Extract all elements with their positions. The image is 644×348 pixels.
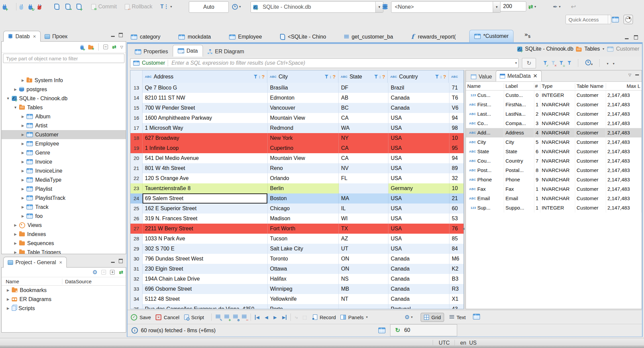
transaction-log-button[interactable]: ▾ bbox=[232, 1, 241, 12]
commit-button[interactable]: Commit bbox=[91, 1, 117, 12]
close-icon[interactable]: ✕ bbox=[533, 73, 537, 79]
grid-row[interactable]: 34 5112 48 Street Yellowknife NT Canada … bbox=[130, 294, 464, 304]
text-view-button[interactable]: Text bbox=[449, 314, 466, 320]
md-column-type[interactable]: Type bbox=[540, 83, 575, 89]
cell-state[interactable]: FL bbox=[339, 173, 388, 183]
grid-row[interactable]: 30 796 Dundas Street West Toronto ON Can… bbox=[130, 254, 464, 264]
tree-item[interactable]: Track bbox=[2, 202, 126, 212]
md-column-ordinal[interactable]: # bbox=[534, 83, 540, 89]
cell-city[interactable]: Yellowknife bbox=[268, 294, 339, 304]
disconnect-icon[interactable] bbox=[38, 6, 41, 10]
tree-expander-icon[interactable] bbox=[20, 142, 25, 146]
metadata-row[interactable]: ABCState State 6 NVARCHAR Customer 2,147… bbox=[466, 147, 642, 156]
tree-item[interactable]: System Info bbox=[2, 76, 126, 85]
maximize-icon[interactable] bbox=[119, 259, 123, 263]
tree-expander-icon[interactable] bbox=[20, 78, 25, 82]
row-number-cell[interactable]: 13 bbox=[130, 83, 143, 93]
cell-country[interactable]: USA bbox=[388, 153, 449, 163]
cell-country[interactable]: Brazil bbox=[388, 83, 449, 93]
column-header-state[interactable]: ABC State ↕? bbox=[338, 70, 388, 83]
cell-state[interactable]: NT bbox=[339, 294, 388, 304]
collapse-all-icon[interactable] bbox=[101, 270, 106, 275]
fetch-previous-button[interactable]: ▾ bbox=[607, 60, 608, 66]
cell-city[interactable]: Edmonton bbox=[268, 93, 339, 103]
grid-row[interactable]: 18 627 Broadway New York NY USA 10 bbox=[130, 133, 464, 143]
tree-item[interactable]: Table Triggers bbox=[2, 248, 126, 254]
grid-row[interactable]: 22 120 S Orange Ave Orlando FL USA 32 bbox=[130, 173, 464, 183]
tree-item[interactable]: Sequences bbox=[2, 239, 126, 248]
project-tree-item[interactable]: Bookmarks bbox=[2, 286, 126, 295]
cell-country[interactable]: Canada bbox=[388, 103, 449, 113]
row-number-cell[interactable]: 17 bbox=[130, 123, 143, 133]
grid-row[interactable]: 20 541 Del Medio Avenue Mountain View CA… bbox=[130, 153, 464, 163]
refresh-button[interactable]: ↻ bbox=[522, 58, 536, 68]
grid-row[interactable]: 13 Qe 7 Bloco G Brasília DF Brazil 71 bbox=[130, 83, 464, 93]
reconnect-icon[interactable] bbox=[29, 6, 32, 10]
cell-address[interactable]: 8210 111 ST NW bbox=[143, 93, 268, 103]
select-row-icon[interactable]: ⬚ bbox=[303, 314, 307, 320]
editor-tab[interactable]: Employee bbox=[224, 32, 267, 42]
cell-state[interactable]: AZ bbox=[339, 234, 388, 244]
cell-partial[interactable]: 94 bbox=[449, 113, 464, 123]
tree-item[interactable]: postgres bbox=[2, 85, 126, 94]
tree-expander-icon[interactable] bbox=[20, 151, 25, 155]
new-folder-icon[interactable]: + bbox=[88, 46, 93, 49]
row-number-cell[interactable]: 35 bbox=[130, 304, 143, 309]
grid-row[interactable]: 15 700 W Pender Street Vancouver BC Cana… bbox=[130, 103, 464, 113]
cell-country[interactable]: USA bbox=[388, 244, 449, 254]
md-column-label[interactable]: Label bbox=[504, 83, 534, 89]
cell-state[interactable]: NV bbox=[339, 163, 388, 173]
project-tree-item[interactable]: Scripts bbox=[2, 304, 126, 313]
tree-item[interactable]: foo bbox=[2, 212, 126, 221]
cell-city[interactable]: Boston bbox=[268, 193, 339, 204]
cell-country[interactable]: USA bbox=[388, 234, 449, 244]
grid-row[interactable]: 14 8210 111 ST NW Edmonton AB Canada T6 bbox=[130, 93, 464, 103]
cell-partial[interactable]: M6 bbox=[449, 254, 464, 264]
cell-address[interactable]: Rua dos Campeões Europeus de Viena, 4350 bbox=[143, 304, 268, 309]
dbeaver-perspective-button[interactable] bbox=[624, 15, 633, 24]
new-connection-icon[interactable] bbox=[80, 46, 84, 50]
tab-project-general[interactable]: Project - General ✕ bbox=[3, 257, 67, 268]
filter-history-dropdown-icon[interactable]: ▾ bbox=[515, 61, 517, 65]
view-settings-button[interactable]: ⚙▾ bbox=[405, 314, 413, 320]
remove-filter-icon[interactable]: ✕ bbox=[551, 60, 555, 66]
new-connection-button[interactable] bbox=[3, 1, 6, 12]
tree-expander-icon[interactable] bbox=[20, 124, 25, 127]
cell-country[interactable]: USA bbox=[388, 163, 449, 173]
quick-access-input[interactable] bbox=[566, 15, 611, 24]
cell-address[interactable]: 230 Elgin Street bbox=[143, 264, 268, 274]
cell-partial[interactable]: 43 bbox=[449, 304, 464, 309]
cell-partial[interactable]: 76 bbox=[449, 224, 464, 234]
tree-expander-icon[interactable] bbox=[13, 241, 18, 245]
minimize-icon[interactable] bbox=[111, 262, 115, 263]
tree-item[interactable]: Playlist bbox=[2, 184, 126, 193]
cell-address[interactable]: 801 W 4th Street bbox=[143, 163, 268, 173]
cell-partial[interactable]: T6 bbox=[449, 93, 464, 103]
grid-row[interactable]: 27 2211 W Berry Street Fort Worth TX USA… bbox=[130, 224, 464, 234]
previous-row-icon[interactable]: ◀ bbox=[265, 315, 268, 320]
add-row-icon[interactable]: + bbox=[224, 314, 229, 320]
cell-country[interactable]: Canada bbox=[388, 254, 449, 264]
tree-expander-icon[interactable] bbox=[20, 160, 25, 164]
row-number-cell[interactable]: 32 bbox=[130, 274, 143, 284]
grid-view-button[interactable]: Grid bbox=[421, 313, 444, 322]
cell-city[interactable]: Vancouver bbox=[268, 103, 339, 113]
cell-city[interactable]: Cupertino bbox=[268, 143, 339, 153]
grid-row[interactable]: 19 1 Infinite Loop Cupertino CA USA 95 bbox=[130, 143, 464, 153]
collapse-all-icon[interactable] bbox=[103, 45, 108, 49]
tree-expander-icon[interactable] bbox=[6, 97, 10, 100]
cell-partial[interactable]: 84 bbox=[449, 244, 464, 254]
tree-item[interactable]: PlaylistTrack bbox=[2, 193, 126, 202]
minimize-icon[interactable] bbox=[111, 36, 115, 37]
close-icon[interactable]: ✕ bbox=[33, 34, 36, 39]
cell-country[interactable]: Canada bbox=[388, 294, 449, 304]
minimize-icon[interactable] bbox=[625, 38, 629, 39]
object-filter-input[interactable] bbox=[3, 54, 124, 63]
cell-city[interactable]: Toronto bbox=[268, 254, 339, 264]
schema-dropdown-arrow[interactable]: ▼ bbox=[493, 2, 500, 12]
link-with-editor-icon[interactable]: ⇄ bbox=[119, 269, 123, 275]
cell-partial[interactable]: 60 bbox=[449, 204, 464, 214]
tree-item[interactable]: Employee bbox=[2, 139, 126, 148]
row-number-cell[interactable]: 34 bbox=[130, 294, 143, 304]
editor-tab[interactable]: mockdata bbox=[174, 32, 215, 42]
